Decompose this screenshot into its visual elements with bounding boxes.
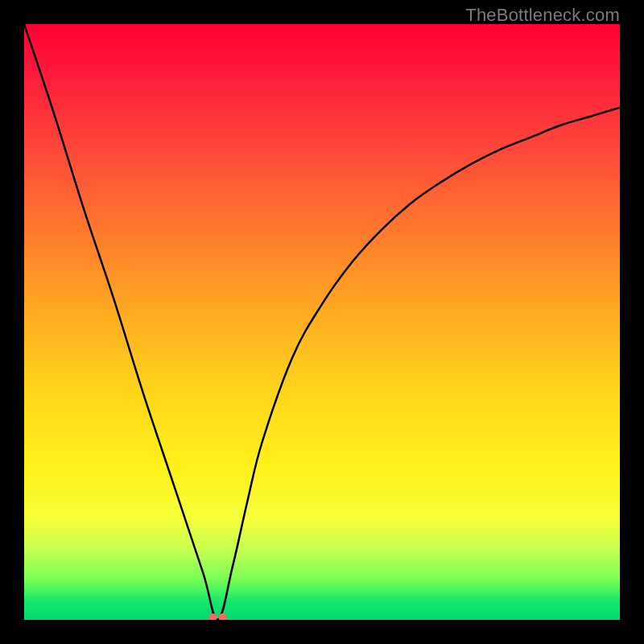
plot-area bbox=[24, 24, 620, 620]
chart-frame: TheBottleneck.com bbox=[0, 0, 644, 644]
marker-dot bbox=[219, 613, 227, 620]
marker-dot bbox=[209, 613, 217, 620]
watermark-text: TheBottleneck.com bbox=[465, 5, 620, 26]
curve-layer bbox=[24, 24, 620, 620]
bottleneck-curve bbox=[24, 24, 620, 620]
